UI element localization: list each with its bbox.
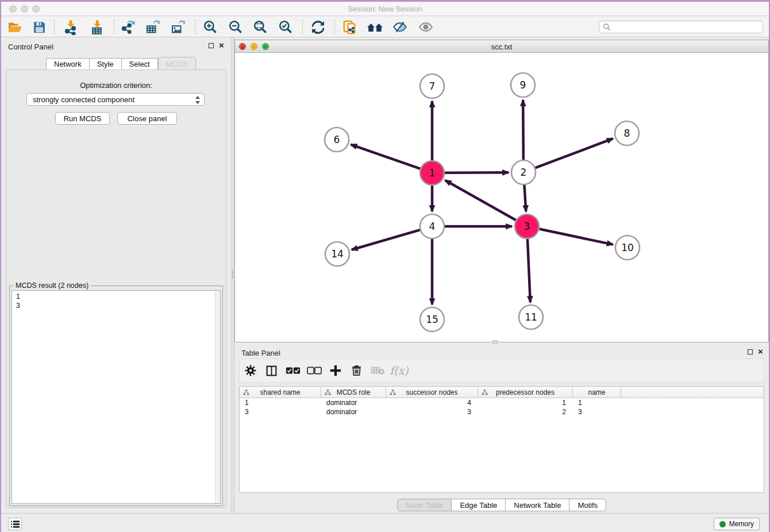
control-panel-float-icon[interactable] [209,43,214,48]
zoom-out-icon [228,20,243,34]
function-builder-button[interactable]: f(x) [388,362,410,379]
tab-motifs[interactable]: Motifs [569,499,606,511]
table-panel-tabs: Node TableEdge TableNetwork TableMotifs [234,499,769,511]
graph-node-label-10: 10 [621,242,634,253]
mcds-result-textarea[interactable]: 13 [11,290,221,504]
export-table-button[interactable] [143,18,161,36]
zoom-out-button[interactable] [226,18,245,36]
delete-column-button[interactable] [346,362,367,379]
table-cell[interactable]: 2 [478,407,573,417]
toolbar-separator [54,20,55,34]
tab-network-table[interactable]: Network Table [506,499,569,511]
table-panel-float-icon[interactable] [748,349,753,354]
open-session-button[interactable] [6,18,24,36]
table-row[interactable]: 1dominator411 [240,398,764,407]
table-cell[interactable]: 1 [478,398,573,407]
save-session-button[interactable] [30,18,48,36]
table-settings-button[interactable] [240,362,261,379]
clone-network-icon [342,20,358,35]
tab-style[interactable]: Style [90,58,122,70]
import-network-icon [63,20,78,35]
mcds-result-line: 1 [16,292,220,301]
column-header-name[interactable]: name [573,387,621,398]
plus-icon [329,364,342,377]
zoom-in-button[interactable] [201,18,220,36]
column-tree-icon [482,390,488,395]
table-cell[interactable]: 3 [573,407,621,417]
table-cell[interactable]: 4 [386,398,478,407]
table-panel-title: Table Panel [241,349,280,357]
select-all-columns-button[interactable] [282,362,303,379]
zoom-fit-button[interactable] [251,18,270,36]
refresh-icon [311,20,325,34]
graph-edge-3-10[interactable] [540,229,613,245]
delete-table-button[interactable] [367,362,388,379]
table-cell[interactable]: dominator [321,398,386,407]
result-scrollbar[interactable] [215,291,220,503]
graph-edge-2-9[interactable] [523,100,523,160]
graph-edge-1-6[interactable] [351,145,421,169]
tab-select[interactable]: Select [122,58,158,70]
first-neighbors-button[interactable] [366,18,384,36]
refresh-layout-button[interactable] [309,18,327,36]
search-input[interactable] [613,22,763,32]
graph-edge-3-11[interactable] [528,239,530,302]
table-cell[interactable]: 3 [240,407,321,417]
graph-edge-4-14[interactable] [352,230,420,250]
application-window: Session: New Session [0,0,770,532]
node-table-body: 1dominator4113dominator323 [240,398,764,417]
import-table-icon [89,20,105,35]
column-header-MCDS-role[interactable]: MCDS role [321,387,386,398]
table-panel-close-icon[interactable]: × [758,346,763,356]
graph-edge-1-2[interactable] [445,172,509,173]
close-panel-button[interactable]: Close panel [117,112,177,125]
mcds-result-groupbox: MCDS result (2 nodes) 13 [9,286,223,506]
column-header-shared-name[interactable]: shared name [240,387,321,398]
import-network-button[interactable] [61,18,79,36]
control-panel-close-icon[interactable]: × [219,40,224,50]
hide-selected-button[interactable] [391,18,409,36]
toggle-panel-mode-button[interactable] [261,362,282,379]
delete-table-icon [371,365,385,376]
table-cell[interactable]: 1 [240,398,321,407]
tab-edge-table[interactable]: Edge Table [452,499,506,511]
create-column-button[interactable] [325,362,346,379]
show-all-button[interactable] [417,18,435,36]
zoom-selected-icon [278,20,293,34]
table-cell[interactable]: 3 [386,407,478,417]
column-header-successor-nodes[interactable]: successor nodes [386,387,478,398]
tab-node-table[interactable]: Node Table [397,499,452,511]
network-canvas[interactable]: 7968124314101511 [235,53,768,342]
graph-node-label-14: 14 [331,248,344,260]
run-mcds-button[interactable]: Run MCDS [55,112,110,125]
table-row[interactable]: 3dominator323 [240,407,764,417]
graph-edge-3-1[interactable] [445,180,516,220]
export-network-icon [120,20,136,35]
graph-edge-2-3[interactable] [524,185,526,211]
toolbar-separator [195,20,195,34]
deselect-all-columns-button[interactable] [303,362,325,379]
search-field [599,21,763,33]
graph-edge-2-8[interactable] [536,138,613,168]
mcds-result-line: 3 [16,301,220,310]
column-header-predecessor-nodes[interactable]: predecessor nodes [478,387,573,398]
tab-network[interactable]: Network [46,58,90,70]
memory-button[interactable]: Memory [714,518,760,530]
list-icon [11,521,20,528]
mcds-result-title: MCDS result (2 nodes) [13,282,91,290]
export-image-button[interactable] [168,18,187,36]
clone-network-button[interactable] [341,18,359,36]
criterion-dropdown[interactable]: strongly connected component [26,93,205,106]
window-title: Session: New Session [1,5,769,13]
table-cell[interactable]: 1 [573,398,621,407]
import-table-button[interactable] [87,18,106,36]
memory-status-icon [719,521,726,527]
tab-mcds[interactable]: MCDS [158,57,196,70]
dropdown-stepper-icon [194,95,201,105]
zoom-selected-button[interactable] [276,18,295,36]
table-cell[interactable]: dominator [321,407,386,417]
status-menu-button[interactable] [8,518,22,530]
export-table-icon [145,20,160,35]
optimization-criterion-label: Optimization criterion: [1,81,231,90]
export-network-button[interactable] [118,18,137,36]
